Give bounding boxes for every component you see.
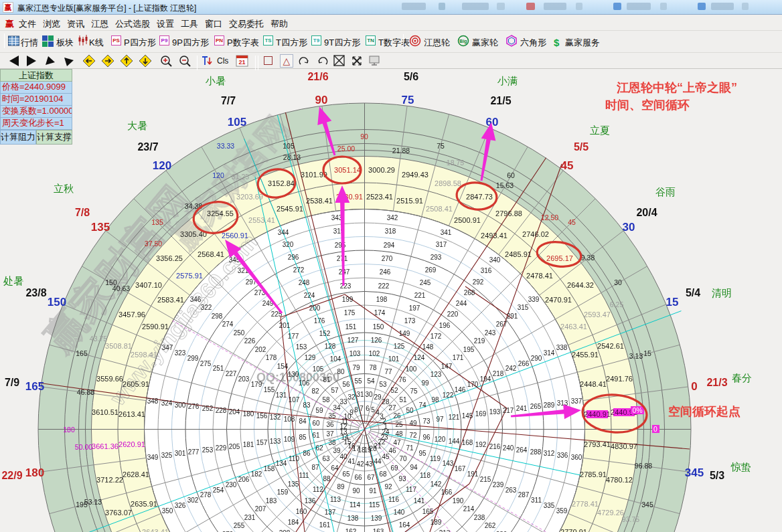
svg-text:3610.51: 3610.51 <box>92 408 119 416</box>
svg-text:165: 165 <box>25 380 44 393</box>
svg-text:2847.73: 2847.73 <box>466 193 493 201</box>
svg-text:42: 42 <box>356 460 364 468</box>
svg-text:181: 181 <box>243 441 254 448</box>
svg-text:2448.41: 2448.41 <box>580 380 607 388</box>
svg-text:29: 29 <box>374 393 382 401</box>
svg-text:2628.41: 2628.41 <box>123 470 149 478</box>
svg-text:162: 162 <box>345 528 357 532</box>
svg-text:2491.76: 2491.76 <box>606 375 633 383</box>
svg-text:23/8: 23/8 <box>25 287 46 298</box>
svg-text:291: 291 <box>507 313 518 320</box>
svg-text:201: 201 <box>279 322 291 329</box>
svg-text:119: 119 <box>430 455 441 462</box>
svg-text:120: 120 <box>153 159 171 172</box>
svg-text:2613.41: 2613.41 <box>119 410 145 418</box>
svg-text:96: 96 <box>422 434 431 441</box>
svg-text:214: 214 <box>463 505 475 513</box>
svg-text:125: 125 <box>394 343 405 350</box>
svg-text:192: 192 <box>475 441 487 448</box>
svg-text:44: 44 <box>374 458 382 465</box>
svg-text:2898.58: 2898.58 <box>435 179 461 187</box>
svg-text:100: 100 <box>406 365 417 373</box>
svg-text:2500.91: 2500.91 <box>454 216 481 224</box>
svg-text:254: 254 <box>213 486 224 494</box>
svg-text:63: 63 <box>322 455 330 462</box>
svg-text:124: 124 <box>414 354 425 361</box>
svg-text:12.50: 12.50 <box>541 213 558 221</box>
svg-text:5/5: 5/5 <box>574 141 589 153</box>
svg-text:165: 165 <box>422 508 434 515</box>
svg-text:141: 141 <box>414 497 425 505</box>
svg-text:252: 252 <box>202 405 214 412</box>
svg-text:5/3: 5/3 <box>710 470 724 481</box>
svg-text:2485.91: 2485.91 <box>505 250 532 258</box>
svg-text:36: 36 <box>326 421 334 428</box>
svg-text:126: 126 <box>371 337 382 344</box>
svg-text:60: 60 <box>507 171 515 179</box>
svg-text:90: 90 <box>315 94 328 106</box>
svg-text:101: 101 <box>388 355 400 363</box>
svg-text:180: 180 <box>25 466 44 479</box>
svg-text:292: 292 <box>473 278 484 286</box>
svg-text:242: 242 <box>505 365 517 372</box>
svg-text:2545.91: 2545.91 <box>277 205 303 213</box>
svg-text:7/9: 7/9 <box>5 377 19 388</box>
svg-text:118: 118 <box>420 472 431 479</box>
svg-text:197: 197 <box>409 304 420 312</box>
svg-text:195: 195 <box>463 346 475 353</box>
svg-text:348: 348 <box>147 397 159 405</box>
svg-text:105: 105 <box>313 365 324 373</box>
svg-text:空间循环起点: 空间循环起点 <box>668 405 740 418</box>
svg-text:317: 317 <box>436 241 447 248</box>
svg-text:174: 174 <box>374 309 386 317</box>
svg-text:191: 191 <box>467 470 479 478</box>
svg-text:97: 97 <box>436 416 444 423</box>
svg-text:133: 133 <box>270 438 281 445</box>
svg-text:151: 151 <box>345 323 357 331</box>
svg-text:136: 136 <box>305 497 316 505</box>
svg-text:202: 202 <box>255 346 266 353</box>
svg-text:221: 221 <box>414 292 426 299</box>
svg-text:314: 314 <box>544 349 555 357</box>
svg-text:239: 239 <box>493 481 504 489</box>
svg-text:238: 238 <box>474 514 485 521</box>
svg-text:190: 190 <box>453 497 464 505</box>
svg-text:312: 312 <box>544 450 555 457</box>
svg-text:49: 49 <box>409 420 417 427</box>
svg-text:338: 338 <box>556 344 568 351</box>
svg-text:50: 50 <box>406 407 414 414</box>
svg-text:117: 117 <box>406 486 416 493</box>
svg-text:342: 342 <box>387 214 398 221</box>
svg-text:21: 21 <box>238 59 245 66</box>
svg-text:161: 161 <box>319 521 331 529</box>
svg-text:0: 0 <box>691 380 697 393</box>
svg-text:7: 7 <box>360 405 364 412</box>
svg-text:157: 157 <box>256 439 268 446</box>
svg-text:5/6: 5/6 <box>404 71 418 82</box>
svg-text:219: 219 <box>474 337 485 345</box>
svg-text:253: 253 <box>202 446 214 454</box>
svg-text:2583.41: 2583.41 <box>157 296 184 304</box>
svg-text:83: 83 <box>303 402 311 409</box>
svg-text:217: 217 <box>503 407 514 414</box>
svg-text:178: 178 <box>266 354 277 361</box>
svg-text:345: 345 <box>685 466 704 479</box>
svg-text:清明: 清明 <box>712 287 732 298</box>
svg-text:43.75: 43.75 <box>90 335 107 343</box>
svg-text:277: 277 <box>188 448 200 456</box>
svg-text:142: 142 <box>431 480 442 488</box>
svg-text:91: 91 <box>369 487 377 495</box>
svg-text:2523.41: 2523.41 <box>366 193 393 201</box>
svg-text:296: 296 <box>288 254 299 261</box>
svg-text:223: 223 <box>340 282 351 290</box>
svg-text:224: 224 <box>304 292 315 299</box>
svg-text:2478.41: 2478.41 <box>526 272 553 280</box>
svg-text:150: 150 <box>105 278 117 286</box>
svg-text:350: 350 <box>162 507 173 515</box>
svg-text:148: 148 <box>422 343 434 351</box>
svg-text:166: 166 <box>441 489 453 496</box>
svg-text:274: 274 <box>222 321 234 328</box>
svg-text:189: 189 <box>431 519 442 526</box>
svg-text:2644.32: 2644.32 <box>567 281 594 289</box>
svg-text:288: 288 <box>530 448 542 456</box>
